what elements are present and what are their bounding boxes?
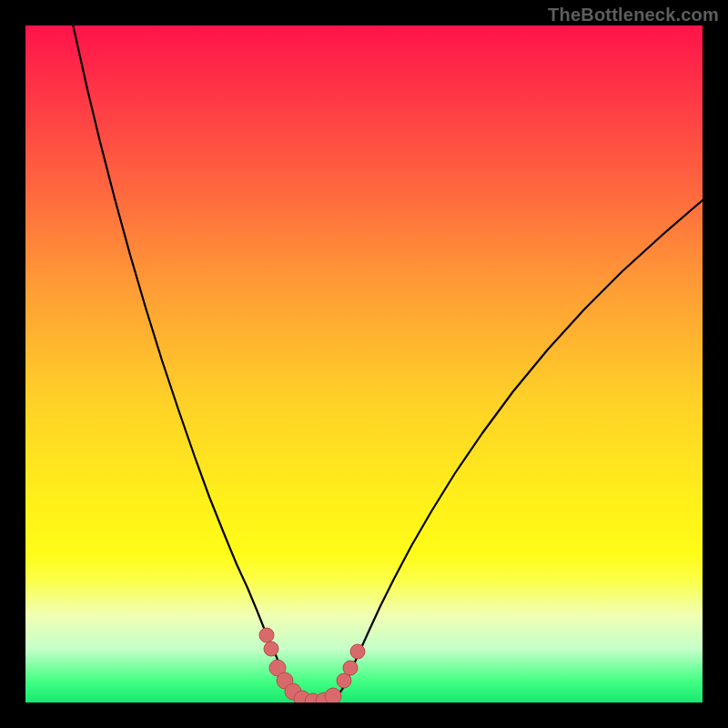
- bottleneck-curve: [69, 25, 703, 703]
- data-point-marker: [325, 688, 341, 703]
- data-point-marker: [264, 642, 278, 656]
- data-point-marker: [337, 673, 351, 688]
- data-point-marker: [343, 661, 358, 675]
- watermark-text: TheBottleneck.com: [548, 5, 719, 25]
- chart-svg: [25, 25, 703, 703]
- data-point-marker: [259, 628, 274, 642]
- data-point-marker: [350, 644, 365, 659]
